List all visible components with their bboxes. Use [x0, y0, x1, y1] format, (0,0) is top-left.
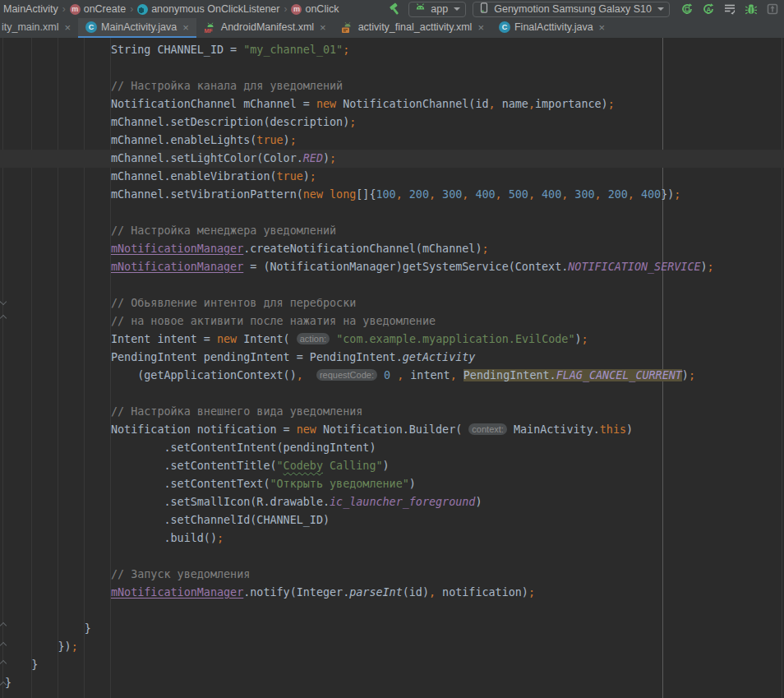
- code-line: // Запуск уведомления: [5, 566, 784, 584]
- code-editor[interactable]: String CHANNEL_ID = "my_channel_01"; // …: [0, 38, 784, 698]
- code-line: mChannel.enableVibration(true);: [5, 168, 784, 186]
- code-line: .setChannelId(CHANNEL_ID): [5, 511, 784, 529]
- svg-text:MF: MF: [204, 28, 213, 34]
- device-label: Genymotion Samsung Galaxy S10: [494, 3, 652, 15]
- code-line: }: [5, 674, 784, 692]
- svg-text:A: A: [706, 6, 711, 14]
- tab-label: FinalActtivity.java: [514, 21, 593, 33]
- tab-close-icon[interactable]: ×: [477, 22, 484, 33]
- manifest-file-icon: MF: [204, 21, 217, 34]
- code-line: Notification notification = new Notifica…: [5, 421, 784, 439]
- android-app-icon: [414, 2, 427, 16]
- code-line: .setContentIntent(pendingIntent): [5, 439, 784, 457]
- method-icon: m: [291, 4, 302, 15]
- code-line-current: mChannel.setLightColor(Color.RED);: [0, 150, 784, 168]
- run-configuration-select[interactable]: app: [408, 2, 466, 17]
- parameter-hint: action:: [297, 333, 330, 344]
- tab-activity_final_acttivity.xml[interactable]: activity_final_acttivity.xml×: [334, 18, 491, 38]
- code-line: // Настройка внешнего вида уведомления: [5, 403, 784, 421]
- code-line: // Настройка канала для уведомлений: [5, 77, 784, 95]
- tab-label: MainActivity.java: [101, 21, 177, 33]
- fold-marker-icon[interactable]: [1, 623, 7, 629]
- breadcrumb-item[interactable]: monCreate: [70, 3, 126, 15]
- tab-AndroidManifest.xml[interactable]: MFAndroidManifest.xml×: [196, 18, 334, 38]
- breadcrumb-item[interactable]: MainActivity: [3, 3, 58, 15]
- code-line: // на новое активити после нажатия на ув…: [5, 312, 784, 331]
- java-class-icon: C: [499, 21, 510, 33]
- breadcrumb-item[interactable]: anonymous OnClickListener: [137, 3, 279, 15]
- chevron-down-icon: [454, 7, 460, 11]
- code-line: [5, 548, 784, 566]
- build-hammer-icon[interactable]: [388, 2, 402, 16]
- profiler-icon[interactable]: [765, 2, 779, 16]
- device-phone-icon: [478, 2, 490, 16]
- code-area[interactable]: String CHANNEL_ID = "my_channel_01"; // …: [0, 38, 784, 692]
- anonymous-class-icon: [137, 4, 148, 15]
- editor-tab-bar: ity_main.xml×CMainActivity.java×MFAndroi…: [0, 18, 784, 39]
- code-line: // Настройка менеджера уведомлений: [5, 222, 784, 240]
- code-line: mNotificationManager.notify(Integer.pars…: [5, 584, 784, 602]
- fold-marker-icon[interactable]: [1, 316, 7, 321]
- main-toolbar: MainActivity›monCreate›anonymous OnClick…: [0, 0, 784, 18]
- breadcrumb-separator: ›: [62, 3, 66, 15]
- breadcrumb: MainActivity›monCreate›anonymous OnClick…: [0, 3, 339, 15]
- tab-close-icon[interactable]: ×: [320, 22, 326, 33]
- rerun-icon[interactable]: [680, 2, 694, 16]
- java-class-icon: C: [85, 21, 97, 33]
- build-menu-icon[interactable]: [722, 2, 736, 16]
- parameter-hint: requestCode:: [316, 369, 377, 381]
- code-line: Intent intent = new Intent( action: "com…: [5, 331, 784, 349]
- code-line: .setContentTitle("Codeby Calling"): [5, 457, 784, 475]
- tab-close-icon[interactable]: ×: [64, 22, 71, 33]
- code-line: PendingIntent pendingIntent = PendingInt…: [5, 349, 784, 367]
- tab-ity_main.xml[interactable]: ity_main.xml×: [0, 18, 78, 38]
- toolbar-right: app Genymotion Samsung Galaxy S10 A: [388, 2, 784, 17]
- code-line: }: [5, 656, 784, 674]
- breadcrumb-label: MainActivity: [3, 3, 58, 15]
- code-line: .setContentText("Открыть уведомление"): [5, 475, 784, 493]
- fold-marker-icon[interactable]: [1, 661, 7, 667]
- code-line: }: [5, 620, 784, 638]
- code-line: [5, 276, 784, 294]
- run-configuration-label: app: [431, 3, 448, 15]
- code-line: (getApplicationContext(), requestCode: 0…: [5, 367, 784, 385]
- fold-marker-icon[interactable]: [1, 643, 7, 649]
- code-line: mChannel.setVibrationPattern(new long[]{…: [5, 186, 784, 204]
- code-line: .build();: [5, 529, 784, 548]
- breadcrumb-label: anonymous OnClickListener: [151, 3, 279, 15]
- code-line: String CHANNEL_ID = "my_channel_01";: [5, 41, 784, 59]
- tab-label: ity_main.xml: [2, 21, 58, 33]
- code-line: [5, 602, 784, 620]
- tab-MainActivity.java[interactable]: CMainActivity.java×: [78, 18, 196, 38]
- layout-xml-file-icon: [341, 21, 354, 34]
- breadcrumb-separator: ›: [284, 3, 287, 15]
- breadcrumb-label: onCreate: [84, 3, 126, 15]
- code-line: NotificationChannel mChannel = new Notif…: [5, 95, 784, 113]
- code-line: .setSmallIcon(R.drawable.ic_launcher_for…: [5, 493, 784, 511]
- breadcrumb-item[interactable]: monClick: [291, 3, 339, 15]
- fold-marker-icon[interactable]: [1, 299, 7, 305]
- parameter-hint: context:: [468, 423, 507, 435]
- tab-close-icon[interactable]: ×: [599, 22, 606, 33]
- tab-label: AndroidManifest.xml: [221, 21, 314, 33]
- breadcrumb-separator: ›: [130, 3, 133, 15]
- debug-icon[interactable]: [744, 2, 758, 16]
- code-line: [5, 59, 784, 77]
- device-select[interactable]: Genymotion Samsung Galaxy S10: [473, 2, 670, 17]
- fold-marker-icon[interactable]: [1, 682, 7, 688]
- code-line: mChannel.enableLights(true);: [5, 132, 784, 150]
- code-line: // Обьявление интентов для переброски: [5, 294, 784, 312]
- run-actions: A: [680, 2, 779, 16]
- code-line: mNotificationManager.createNotificationC…: [5, 240, 784, 258]
- tab-close-icon[interactable]: ×: [182, 22, 189, 33]
- chevron-down-icon: [657, 7, 664, 11]
- code-line: });: [5, 638, 784, 656]
- tab-label: activity_final_acttivity.xml: [358, 21, 473, 33]
- breadcrumb-label: onClick: [305, 3, 339, 15]
- code-line: mNotificationManager = (NotificationMana…: [5, 258, 784, 276]
- code-line: [5, 385, 784, 403]
- tab-FinalActtivity.java[interactable]: CFinalActtivity.java×: [491, 18, 612, 38]
- apply-changes-icon[interactable]: A: [701, 2, 715, 16]
- method-icon: m: [70, 4, 81, 15]
- code-line: mChannel.setDescription(description);: [5, 113, 784, 132]
